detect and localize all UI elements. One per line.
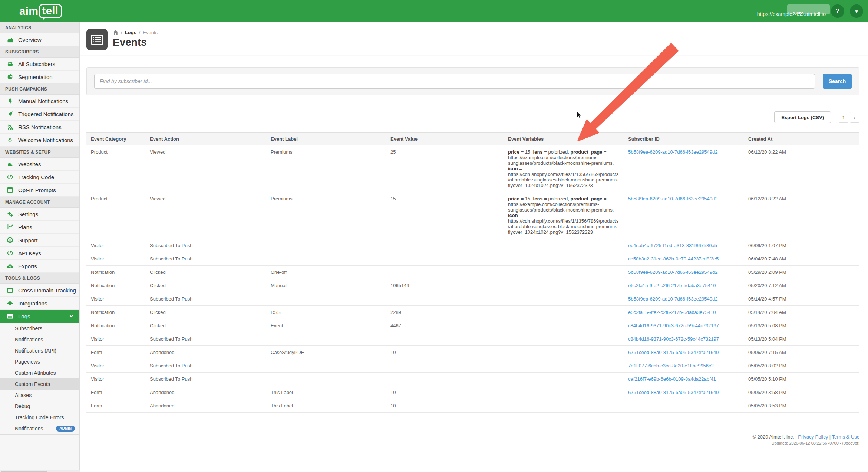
subscriber-id-link[interactable]: 5b58f9ea-6209-ad10-7d66-f63ee29549d2 [628,296,717,302]
events-table: Event Category Event Action Event Label … [86,132,859,413]
sidebar-item-rss-notifications[interactable]: RSS Notifications [0,121,79,134]
breadcrumb-logs-link[interactable]: Logs [125,30,136,35]
subscriber-id-link[interactable]: 6751ceed-88a0-8175-5a05-5347ef021640 [628,350,719,355]
sidebar-item-support[interactable]: Support [0,234,79,247]
aimtell-logo[interactable]: aimtell [19,4,62,18]
table-row: Form Abandoned This Label 10 6751ceed-88… [86,386,859,399]
sidebar-item-exports[interactable]: Exports [0,260,79,273]
export-logs-button[interactable]: Export Logs (CSV) [774,111,831,123]
logo-text-aim: aim [19,5,38,17]
horizontal-scrollbar[interactable] [0,470,80,472]
sidebar-item-logs[interactable]: Logs [0,310,79,323]
table-row: Product Viewed Premiums 15 price = 15, l… [86,192,859,239]
search-button[interactable]: Search [823,74,852,89]
subscriber-id-link[interactable]: 6751ceed-88a0-8175-5a05-5347ef021640 [628,390,719,395]
bell-icon [7,98,13,104]
terms-link[interactable]: Terms & Use [832,434,859,440]
sidebar-subitem-custom-attributes[interactable]: Custom Attributes [0,367,79,378]
sidebar-item-segmentation[interactable]: Segmentation [0,71,79,83]
sidebar-item-manual-notifications[interactable]: Manual Notifications [0,95,79,108]
table-header-row: Event Category Event Action Event Label … [86,133,859,145]
sidebar-item-integrations[interactable]: Integrations [0,297,79,310]
code-icon [7,174,13,180]
pagination: 1 › [839,112,859,123]
rss-icon [7,124,13,130]
sidebar-item-websites[interactable]: Websites [0,158,79,171]
table-row: Visitor Subscribed To Push ec4ea54c-6725… [86,239,859,252]
account-menu-button[interactable]: ▾ [850,4,863,18]
sidebar-subitem-debug[interactable]: Debug [0,401,79,412]
subscriber-id-link[interactable]: 5b58f9ea-6209-ad10-7d66-f63ee29549d2 [628,269,717,275]
sidebar-item-welcome-notifications[interactable]: Welcome Notifications [0,134,79,147]
chevron-right-icon[interactable]: › [850,112,859,123]
browser-window-icon [7,288,13,293]
sidebar-subitem-subscribers[interactable]: Subscribers [0,323,79,334]
col-event-category: Event Category [86,133,145,145]
footer-links: © 2020 Aimtell, Inc. | Privacy Policy | … [86,434,859,440]
table-row: Form Abandoned CaseStudyPDF 10 6751ceed-… [86,346,859,359]
subscriber-id-link[interactable]: 5b58f9ea-6209-ad10-7d66-f63ee29549d2 [628,196,717,201]
sidebar-subitem-pageviews[interactable]: Pageviews [0,356,79,367]
subscriber-id-link[interactable]: caf216f7-e69b-6e6b-0109-8a4da22abf41 [628,376,716,382]
sidebar-section-analytics: ANALYTICS [0,22,79,33]
search-input[interactable] [94,74,815,89]
site-url: https://example2459.aimtell.io [757,11,826,17]
col-event-variables: Event Variables [504,133,624,145]
subscriber-id-link[interactable]: 7d1ff077-6cbb-c3ca-8d20-e1ffbe9956c2 [628,363,714,368]
sidebar-section-manage-account: MANAGE ACCOUNT [0,197,79,208]
page-title: Events [113,36,147,48]
area-chart-icon [7,37,13,43]
chevron-down-icon [69,315,73,318]
subscriber-id-link[interactable]: ec4ea54c-6725-f1ed-a313-831f867530a5 [628,243,717,248]
event-variables: price = 15, lens = polorized, product_pa… [504,192,624,239]
subscriber-id-link[interactable]: c84b4d16-9371-90c3-672c-59c44c732197 [628,336,719,342]
copyright-text: © 2020 Aimtell, Inc. [752,434,794,440]
sidebar-subitem-tracking-code-errors[interactable]: Tracking Code Errors [0,412,79,423]
line-chart-icon [7,224,13,230]
privacy-policy-link[interactable]: Privacy Policy [798,434,828,440]
subscriber-id-link[interactable]: e5c2fa15-9fe2-c2f6-217b-5daba3e75410 [628,283,716,288]
browser-window-icon [7,187,13,193]
topbar: aimtell https://example2459.aimtell.io ?… [0,0,868,22]
col-subscriber-id: Subscriber ID [624,133,744,145]
sidebar-section-websites-setup: WEBSITES & SETUP [0,147,79,158]
sidebar-item-overview[interactable]: Overview [0,33,79,46]
paper-plane-icon [7,111,13,117]
table-row: Product Viewed Premiums 25 price = 15, l… [86,145,859,192]
subscriber-id-link[interactable]: e5c2fa15-9fe2-c2f6-217b-5daba3e75410 [628,309,716,315]
home-icon[interactable] [113,30,118,35]
sidebar-item-opt-in-prompts[interactable]: Opt-In Prompts [0,184,79,197]
sidebar: ANALYTICS Overview SUBSCRIBERS All Subsc… [0,22,80,472]
sidebar-section-push-campaigns: PUSH CAMPAIGNS [0,83,79,95]
sidebar-item-api-keys[interactable]: API Keys [0,247,79,260]
help-button[interactable]: ? [831,4,844,18]
table-row: Visitor Subscribed To Push caf216f7-e69b… [86,373,859,386]
table-row: Notification Clicked One-off 5b58f9ea-62… [86,266,859,279]
table-row: Notification Clicked Event 4467 c84b4d16… [86,319,859,332]
subscriber-id-link[interactable]: c84b4d16-9371-90c3-672c-59c44c732197 [628,323,719,328]
sidebar-item-all-subscribers[interactable]: All Subscribers [0,58,79,71]
subscriber-id-link[interactable]: 5b58f9ea-6209-ad10-7d66-f63ee29549d2 [628,149,717,155]
sidebar-subitem-aliases[interactable]: Aliases [0,390,79,401]
table-toolbar: Export Logs (CSV) 1 › [86,111,859,123]
table-row: Visitor Subscribed To Push ce58b3a2-31ed… [86,252,859,266]
sidebar-item-tracking-code[interactable]: Tracking Code [0,171,79,184]
page-number-button[interactable]: 1 [839,112,848,123]
event-variables: price = 15, lens = polorized, product_pa… [504,145,624,192]
sidebar-item-settings[interactable]: Settings [0,208,79,221]
sidebar-subitem-notifications[interactable]: Notifications [0,334,79,345]
events-log-icon [86,29,108,50]
users-icon [7,61,13,67]
sidebar-subitem-notifications-admin[interactable]: Notifications ADMIN [0,423,79,434]
sidebar-section-tools-logs: TOOLS & LOGS [0,273,79,284]
sidebar-subitem-custom-events[interactable]: Custom Events [0,378,79,390]
sidebar-item-plans[interactable]: Plans [0,221,79,234]
pie-chart-icon [7,74,13,80]
search-panel: Search [86,67,859,95]
sidebar-section-subscribers: SUBSCRIBERS [0,46,79,58]
sidebar-item-triggered-notifications[interactable]: Triggered Notifications [0,108,79,121]
subscriber-id-link[interactable]: ce58b3a2-31ed-862b-0e79-44237ed8f3e5 [628,256,719,262]
sidebar-subitem-notifications-api[interactable]: Notifications (API) [0,345,79,356]
sidebar-item-cross-domain-tracking[interactable]: Cross Domain Tracking [0,284,79,297]
scrollbar-thumb[interactable] [1,471,47,472]
